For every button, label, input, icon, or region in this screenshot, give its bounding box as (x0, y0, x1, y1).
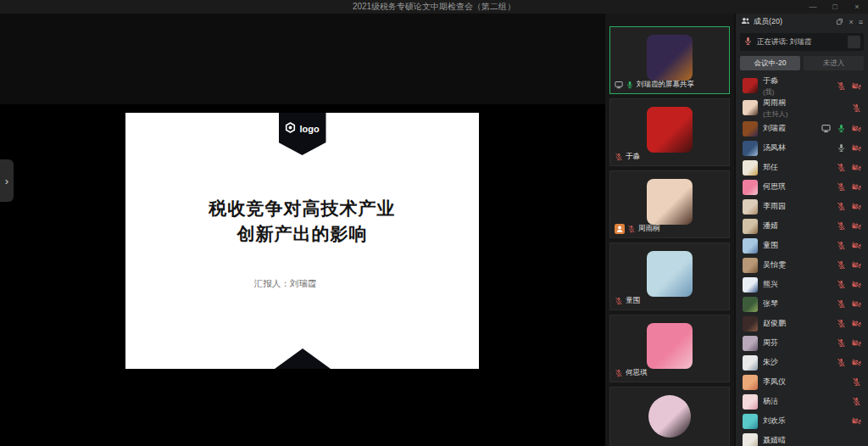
cam-off-icon (852, 280, 861, 289)
member-row[interactable]: 周雨桐(主持人) (736, 97, 868, 119)
slide-presenter: 汇报人：刘瑞霞 (125, 278, 445, 290)
video-tile[interactable] (609, 387, 730, 446)
meeting-window: 2021级税务专硕论文中期检查会（第二组） — □ × › (0, 0, 868, 446)
stage-top-strip (0, 14, 605, 104)
close-button[interactable]: × (846, 0, 868, 14)
member-name: 聂婧晴 (763, 435, 786, 446)
cam-off-icon (852, 338, 861, 348)
members-panel: 成员(20) × ≡ 正在讲话: 刘 (734, 14, 868, 446)
avatar (743, 355, 758, 371)
slide-title-line1: 税收竞争对高技术产业 (125, 196, 479, 221)
avatar (647, 179, 693, 225)
tile-name: 周雨桐 (638, 224, 660, 234)
cam-off-icon (852, 163, 861, 172)
member-row[interactable]: 朱沙 (736, 353, 868, 372)
mic-muted-icon (837, 163, 846, 172)
presentation-slide: logo 税收竞争对高技术产业 创新产出的影响 汇报人：刘瑞霞 (125, 113, 479, 369)
member-row[interactable]: 汤凤林 (736, 138, 868, 158)
member-row[interactable]: 张琴 (736, 294, 868, 314)
member-name: 周芬 (763, 337, 778, 348)
avatar (743, 78, 758, 93)
member-row[interactable]: 童围 (736, 236, 868, 255)
member-name: 何思琪 (763, 181, 786, 192)
popout-icon[interactable] (836, 18, 843, 25)
avatar (743, 433, 758, 446)
mic-muted-icon (627, 225, 636, 233)
cam-off-icon (852, 241, 861, 250)
avatar (743, 219, 758, 234)
avatar (743, 394, 758, 410)
member-name: 熊兴 (763, 279, 778, 290)
cam-off-icon (852, 416, 861, 426)
people-icon (741, 16, 750, 27)
main-area: › logo 税收竞争对高技术产业 创新产出的影响 汇报人：刘瑞霞 (0, 14, 868, 446)
avatar (743, 121, 758, 137)
cam-off-icon (852, 319, 861, 328)
video-tile[interactable]: 周雨桐 (609, 170, 730, 238)
member-row[interactable]: 杨洁 (736, 392, 868, 411)
member-row[interactable]: 郑任 (736, 158, 868, 177)
member-row[interactable]: 于淼(我) (736, 75, 868, 97)
cam-off-icon (852, 202, 861, 211)
video-tile[interactable]: 刘瑞霞的屏幕共享 (609, 26, 730, 94)
member-row[interactable]: 李雨园 (736, 197, 868, 216)
member-role: (主持人) (763, 109, 787, 119)
cam-off-icon (852, 182, 861, 192)
member-row[interactable]: 刘欢乐 (736, 411, 868, 431)
member-name: 郑任 (763, 162, 778, 173)
member-row[interactable]: 何思琪 (736, 177, 868, 197)
mic-muted-icon (852, 377, 861, 387)
screen-share-icon (821, 124, 831, 133)
maximize-button[interactable]: □ (824, 0, 846, 14)
cam-off-icon (852, 260, 861, 270)
avatar (648, 395, 691, 438)
close-panel-icon[interactable]: × (849, 18, 853, 26)
tile-label: 何思琪 (615, 368, 648, 378)
tile-name: 于淼 (626, 152, 640, 162)
members-panel-header: 成员(20) × ≡ (736, 15, 868, 28)
member-row[interactable]: 熊兴 (736, 275, 868, 294)
avatar (647, 251, 693, 297)
tab-not-joined[interactable]: 未进入 (804, 56, 864, 70)
member-name: 刘欢乐 (763, 415, 786, 426)
tile-label: 于淼 (615, 152, 640, 162)
member-name: 童围 (763, 240, 778, 251)
avatar (743, 316, 758, 332)
member-row[interactable]: 赵俊鹏 (736, 314, 868, 333)
mic-muted-icon (615, 369, 623, 377)
member-row[interactable]: 潘婧 (736, 216, 868, 236)
tile-label: 刘瑞霞的屏幕共享 (615, 80, 694, 90)
avatar (743, 375, 758, 390)
mic-muted-icon (615, 297, 623, 305)
mic-muted-icon (615, 153, 623, 161)
avatar (743, 336, 758, 351)
video-tile[interactable]: 童围 (609, 243, 730, 310)
member-name: 李凤仪 (763, 376, 786, 387)
member-row[interactable]: 聂婧晴 (736, 431, 868, 446)
slide-logo-banner: logo (279, 113, 326, 155)
mic-muted-icon (837, 358, 846, 367)
member-tabs: 会议中-20未进入 (740, 56, 864, 70)
member-row[interactable]: 李凤仪 (736, 372, 868, 392)
minimize-button[interactable]: — (802, 0, 824, 14)
sidebar-expander[interactable]: › (0, 159, 14, 202)
member-row[interactable]: 吴怡雯 (736, 255, 868, 275)
mic-muted-icon (837, 241, 846, 250)
slide-title: 税收竞争对高技术产业 创新产出的影响 (125, 196, 479, 248)
cam-off-icon (852, 358, 861, 367)
screen-share-icon (615, 81, 623, 89)
speaking-label: 正在讲话: 刘瑞霞 (757, 37, 811, 47)
screen-share-stage: › logo 税收竞争对高技术产业 创新产出的影响 汇报人：刘瑞霞 (0, 14, 605, 446)
mic-on-icon (837, 124, 846, 133)
avatar (647, 35, 693, 81)
video-tile[interactable]: 何思琪 (609, 315, 730, 382)
avatar (743, 277, 758, 293)
tab-in-meeting[interactable]: 会议中-20 (740, 56, 800, 70)
member-row[interactable]: 周芬 (736, 333, 868, 353)
member-name: 赵俊鹏 (763, 318, 786, 329)
member-row[interactable]: 刘瑞霞 (736, 119, 868, 138)
avatar (743, 199, 758, 215)
speaking-more-button[interactable] (848, 36, 860, 48)
menu-icon[interactable]: ≡ (859, 18, 863, 26)
video-tile[interactable]: 于淼 (609, 98, 730, 166)
